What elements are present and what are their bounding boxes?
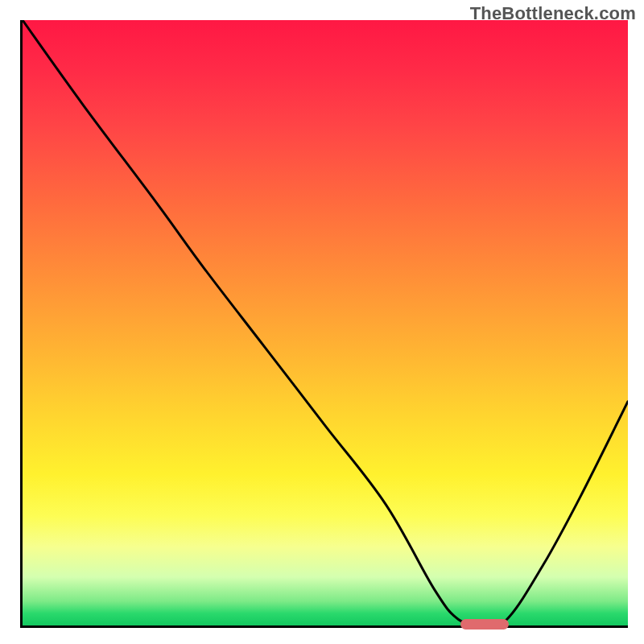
bottleneck-curve — [23, 20, 628, 625]
plot-frame — [20, 20, 628, 628]
chart-canvas: TheBottleneck.com — [0, 0, 644, 644]
optimal-range-marker — [460, 619, 509, 630]
